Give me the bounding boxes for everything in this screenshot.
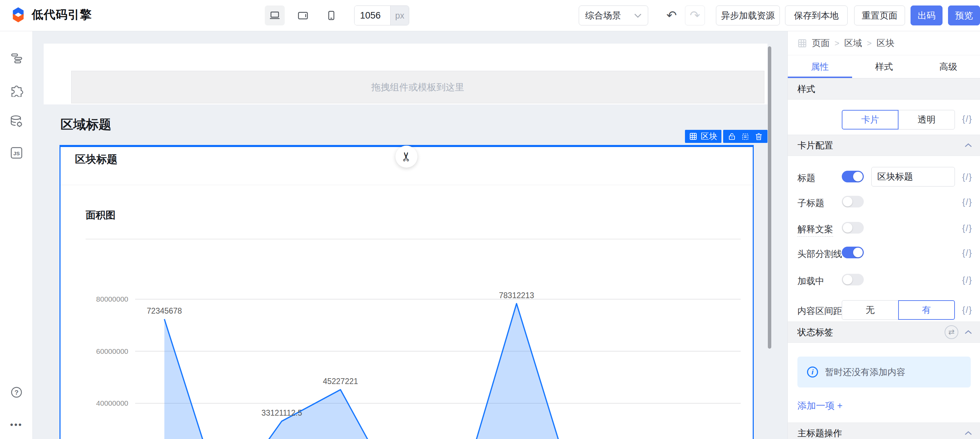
block-style-option-transparent[interactable]: 透明 xyxy=(898,110,955,130)
active-tab-underline xyxy=(788,77,852,78)
help-button[interactable]: ? xyxy=(0,381,33,403)
copy-icon[interactable] xyxy=(741,133,749,141)
title-toggle[interactable] xyxy=(842,171,864,182)
block-style-segmented: 卡片 透明 xyxy=(842,110,955,130)
device-desktop-button[interactable] xyxy=(265,5,285,25)
spacing-option-yes[interactable]: 有 xyxy=(898,300,955,320)
block-selection-tools: 区块 xyxy=(685,130,767,143)
code-slot-icon[interactable]: {/} xyxy=(958,305,977,315)
split-handle[interactable]: ✂ xyxy=(395,146,417,168)
collapse-caret-icon[interactable] xyxy=(964,330,972,334)
tablet-icon xyxy=(297,10,309,21)
swap-icon[interactable]: ⇄ xyxy=(945,325,958,339)
preview-button[interactable]: 预览 xyxy=(948,5,980,25)
breadcrumb: 页面 > 区域 > 区块 xyxy=(788,31,980,55)
status-tag-section-header: 状态标签 ⇄ xyxy=(788,322,980,343)
javascript-button[interactable]: JS xyxy=(0,142,33,164)
outline-tree-icon xyxy=(10,51,23,65)
left-sidebar: JS ? ••• xyxy=(0,31,33,439)
node-grid-icon xyxy=(797,38,807,48)
puzzle-icon xyxy=(9,82,24,97)
breadcrumb-section[interactable]: 区域 xyxy=(844,37,862,49)
style-section-header: 样式 xyxy=(788,78,980,100)
chart-title: 面积图 xyxy=(86,209,116,222)
breadcrumb-sep: > xyxy=(835,38,839,48)
block-badge-label: 区块 xyxy=(701,131,717,142)
info-icon: i xyxy=(807,366,818,377)
page-top-container: 拖拽组件或模板到这里 xyxy=(44,44,767,105)
more-button[interactable]: ••• xyxy=(0,414,33,436)
code-slot-icon[interactable]: {/} xyxy=(958,223,977,233)
subtitle-toggle[interactable] xyxy=(842,196,864,208)
device-phone-button[interactable] xyxy=(321,5,341,25)
components-button[interactable] xyxy=(0,79,33,101)
status-tag-section-label: 状态标签 xyxy=(797,326,833,338)
code-slot-icon[interactable]: {/} xyxy=(958,114,977,124)
svg-text:JS: JS xyxy=(13,151,20,156)
collapse-caret-icon[interactable] xyxy=(964,143,972,147)
spacing-option-none[interactable]: 无 xyxy=(842,300,899,320)
subtitle-row-label: 子标题 xyxy=(797,197,824,209)
tab-props[interactable]: 属性 xyxy=(788,55,852,78)
device-tablet-button[interactable] xyxy=(293,5,313,25)
svg-text:80000000: 80000000 xyxy=(96,295,128,303)
chart-title-divider xyxy=(86,239,741,239)
delete-icon[interactable] xyxy=(755,133,763,141)
code-slot-icon[interactable]: {/} xyxy=(958,275,977,285)
logo-icon xyxy=(10,6,27,23)
title-text-input[interactable] xyxy=(871,167,955,187)
redo-button[interactable]: ↷ xyxy=(685,5,705,25)
datasource-button[interactable] xyxy=(0,111,33,133)
explain-toggle[interactable] xyxy=(842,222,864,234)
code-slot-icon[interactable]: {/} xyxy=(958,248,977,258)
tab-advanced[interactable]: 高级 xyxy=(916,55,980,78)
svg-text:60000000: 60000000 xyxy=(96,347,128,355)
width-unit-label: px xyxy=(390,6,409,25)
scissors-icon: ✂ xyxy=(399,152,414,162)
device-switcher xyxy=(265,5,341,25)
code-slot-icon[interactable]: {/} xyxy=(958,172,977,182)
code-slot-icon[interactable]: {/} xyxy=(958,197,977,207)
breadcrumb-block[interactable]: 区块 xyxy=(877,37,894,49)
add-item-link[interactable]: 添加一项 + xyxy=(797,399,842,412)
svg-text:45227221: 45227221 xyxy=(323,377,358,386)
spacing-segmented: 无 有 xyxy=(842,300,955,320)
reset-page-button[interactable]: 重置页面 xyxy=(854,5,905,25)
loading-row-label: 加载中 xyxy=(797,275,824,287)
breadcrumb-sep: > xyxy=(867,38,872,48)
scene-select-value: 综合场景 xyxy=(585,10,625,22)
divider-toggle[interactable] xyxy=(842,247,864,258)
block-style-option-card[interactable]: 卡片 xyxy=(842,110,899,130)
save-local-button[interactable]: 保存到本地 xyxy=(785,5,848,25)
block-grid-icon xyxy=(689,132,697,141)
undo-button[interactable]: ↶ xyxy=(663,5,680,25)
outline-tree-button[interactable] xyxy=(0,47,33,69)
lock-icon[interactable] xyxy=(728,133,736,141)
app-title: 低代码引擎 xyxy=(32,7,92,23)
canvas-width-control: px xyxy=(354,5,409,25)
settings-panel: 页面 > 区域 > 区块 属性 样式 高级 样式 区块样式 卡片 透明 {/} … xyxy=(788,31,980,439)
more-dots-icon: ••• xyxy=(10,419,22,430)
block-tag-badge[interactable]: 区块 xyxy=(685,130,721,143)
undo-icon: ↶ xyxy=(667,8,677,23)
collapse-caret-icon[interactable] xyxy=(964,431,972,435)
logo: 低代码引擎 xyxy=(10,6,92,23)
async-load-button[interactable]: 异步加载资源 xyxy=(716,5,780,25)
tab-style[interactable]: 样式 xyxy=(852,55,916,78)
design-canvas: 拖拽组件或模板到这里 区域标题 区块 xyxy=(33,31,788,439)
canvas-scrollbar[interactable] xyxy=(768,46,771,349)
svg-text:72345678: 72345678 xyxy=(147,306,182,315)
canvas-width-input[interactable] xyxy=(355,6,390,25)
panel-tabs: 属性 样式 高级 xyxy=(788,55,980,78)
section-title: 区域标题 xyxy=(60,116,111,133)
out-code-button[interactable]: 出码 xyxy=(910,5,942,25)
breadcrumb-page[interactable]: 页面 xyxy=(812,37,830,49)
loading-toggle[interactable] xyxy=(842,274,864,285)
scene-select[interactable]: 综合场景 xyxy=(579,5,648,25)
dropzone-text: 拖拽组件或模板到这里 xyxy=(371,81,464,94)
block-card-title: 区块标题 xyxy=(75,152,118,166)
dropzone[interactable]: 拖拽组件或模板到这里 xyxy=(71,71,764,103)
title-row-label: 标题 xyxy=(797,172,815,184)
area-chart: 8000000060000000400000002000000072345678… xyxy=(60,261,767,439)
main-title-section-label: 主标题操作 xyxy=(797,427,842,439)
